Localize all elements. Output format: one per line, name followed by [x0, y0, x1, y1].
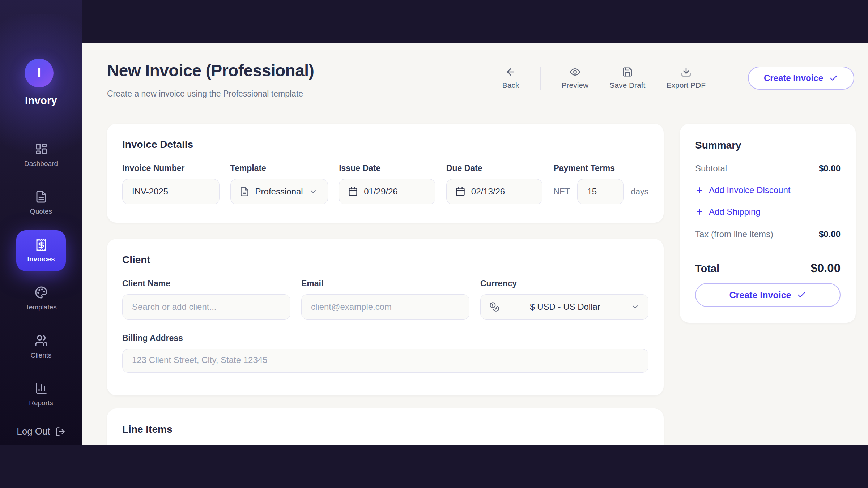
sidebar-item-label: Clients	[30, 351, 51, 359]
billing-address-input[interactable]	[122, 349, 648, 373]
check-icon	[829, 73, 838, 83]
calendar-icon	[455, 187, 465, 197]
payment-terms-label: Payment Terms	[553, 163, 648, 173]
summary-divider	[695, 251, 841, 251]
preview-button[interactable]: Preview	[562, 67, 589, 90]
header-actions: Back Preview Save Draft Export PDF Creat…	[502, 58, 854, 98]
payment-terms-input[interactable]	[577, 179, 624, 204]
line-items-heading: Line Items	[122, 424, 648, 435]
logout-label: Log Out	[17, 426, 50, 437]
coins-icon	[489, 302, 499, 312]
chevron-down-icon	[631, 303, 639, 311]
due-date-label: Due Date	[446, 163, 543, 173]
actions-divider	[540, 67, 541, 90]
create-invoice-button-summary[interactable]: Create Invoice	[695, 283, 841, 307]
sidebar-item-dashboard[interactable]: Dashboard	[0, 142, 82, 168]
total-label: Total	[695, 263, 719, 275]
create-invoice-button-top[interactable]: Create Invoice	[748, 67, 854, 90]
total-value: $0.00	[810, 261, 841, 275]
eye-icon	[570, 67, 580, 77]
page-subtitle: Create a new invoice using the Professio…	[107, 89, 303, 99]
chevron-down-icon	[309, 187, 318, 196]
logout-icon	[55, 427, 65, 437]
subtotal-row: Subtotal $0.00	[695, 163, 841, 174]
summary-card: Summary Subtotal $0.00 Add Invoice Disco…	[680, 124, 856, 323]
sidebar: I Invory Dashboard Quotes Invoices Templ…	[0, 0, 82, 445]
subtotal-value: $0.00	[819, 163, 841, 174]
template-field: Template Professional	[230, 163, 328, 204]
add-shipping-link[interactable]: Add Shipping	[695, 207, 841, 217]
create-invoice-label: Create Invoice	[764, 73, 823, 83]
add-discount-link[interactable]: Add Invoice Discount	[695, 185, 841, 195]
export-pdf-button[interactable]: Export PDF	[666, 67, 706, 90]
app-window: I Invory Dashboard Quotes Invoices Templ…	[0, 0, 868, 488]
sidebar-item-label: Dashboard	[24, 160, 58, 168]
template-select[interactable]: Professional	[230, 179, 328, 204]
add-discount-label: Add Invoice Discount	[709, 185, 790, 195]
issue-date-label: Issue Date	[339, 163, 435, 173]
logout-button[interactable]: Log Out	[0, 426, 82, 437]
sidebar-item-clients[interactable]: Clients	[0, 334, 82, 359]
save-draft-button[interactable]: Save Draft	[609, 67, 645, 90]
client-name-label: Client Name	[122, 279, 290, 288]
back-label: Back	[502, 81, 519, 90]
due-date-picker[interactable]: 02/13/26	[446, 179, 543, 204]
summary-heading: Summary	[695, 140, 841, 151]
file-text-icon	[239, 187, 250, 197]
invoice-number-label: Invoice Number	[122, 163, 220, 173]
sidebar-item-label: Reports	[29, 399, 53, 407]
client-email-label: Email	[301, 279, 469, 288]
sidebar-item-quotes[interactable]: Quotes	[0, 190, 82, 215]
main-content: New Invoice (Professional) Create a new …	[82, 43, 868, 445]
issue-date-field: Issue Date 01/29/26	[339, 163, 435, 204]
sidebar-item-templates[interactable]: Templates	[0, 286, 82, 311]
issue-date-picker[interactable]: 01/29/26	[339, 179, 435, 204]
page-title: New Invoice (Professional)	[107, 61, 314, 80]
plus-icon	[695, 186, 704, 194]
client-name-field: Client Name	[122, 279, 290, 320]
preview-label: Preview	[562, 81, 589, 90]
receipt-dollar-icon	[35, 239, 48, 252]
days-suffix: days	[631, 187, 648, 197]
payment-terms-row: NET days	[553, 179, 648, 204]
invoice-number-input[interactable]	[122, 179, 220, 204]
subtotal-label: Subtotal	[695, 163, 727, 174]
arrow-left-icon	[505, 67, 516, 77]
invoice-details-fields: Invoice Number Template Professional Iss…	[122, 163, 648, 204]
sidebar-item-invoices[interactable]: Invoices	[16, 230, 66, 271]
issue-date-value: 01/29/26	[364, 187, 397, 197]
client-name-input[interactable]	[122, 294, 290, 320]
client-email-field: Email	[301, 279, 469, 320]
client-heading: Client	[122, 254, 648, 266]
template-label: Template	[230, 163, 328, 173]
back-button[interactable]: Back	[502, 67, 519, 90]
currency-select[interactable]: $ USD - US Dollar	[480, 294, 648, 320]
line-items-card: Line Items	[107, 408, 664, 445]
due-date-field: Due Date 02/13/26	[446, 163, 543, 204]
invoice-details-heading: Invoice Details	[122, 139, 648, 150]
create-invoice-label: Create Invoice	[729, 290, 791, 300]
actions-divider	[727, 67, 727, 90]
palette-icon	[35, 286, 48, 299]
app-name: Invory	[0, 95, 82, 107]
due-date-value: 02/13/26	[471, 187, 505, 197]
currency-field: Currency $ USD - US Dollar	[480, 279, 648, 320]
invoice-number-field: Invoice Number	[122, 163, 220, 204]
save-draft-label: Save Draft	[609, 81, 645, 90]
sidebar-item-reports[interactable]: Reports	[0, 382, 82, 407]
client-email-input[interactable]	[301, 294, 469, 320]
total-row: Total $0.00	[695, 261, 841, 275]
app-logo-letter: I	[37, 65, 41, 81]
currency-label: Currency	[480, 279, 648, 288]
billing-address-field: Billing Address	[122, 333, 648, 373]
users-icon	[35, 334, 48, 347]
currency-value: $ USD - US Dollar	[505, 302, 625, 312]
download-icon	[681, 67, 692, 77]
client-fields: Client Name Email Currency $ USD - US Do…	[122, 279, 648, 320]
sidebar-item-label: Templates	[25, 303, 57, 311]
sidebar-item-label: Quotes	[30, 207, 52, 215]
app-logo[interactable]: I	[25, 59, 54, 87]
net-prefix: NET	[553, 187, 570, 197]
invoice-details-card: Invoice Details Invoice Number Template …	[107, 124, 664, 223]
export-pdf-label: Export PDF	[666, 81, 706, 90]
